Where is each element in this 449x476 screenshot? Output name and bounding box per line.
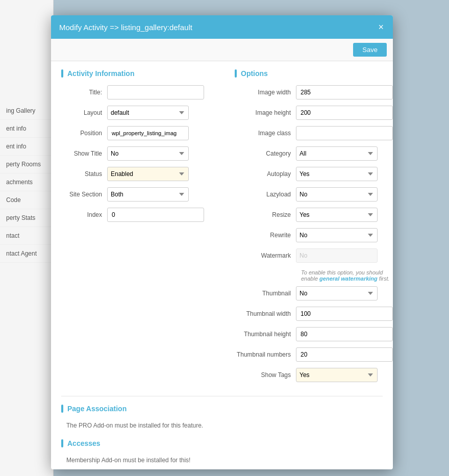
- show-title-row: Show Title No Yes: [61, 146, 224, 161]
- image-width-row: Image width: [235, 85, 393, 100]
- sidebar-item-1[interactable]: ent info: [0, 120, 53, 138]
- autoplay-row: Autoplay Yes No: [235, 166, 393, 182]
- watermark-label: Watermark: [235, 252, 296, 259]
- image-class-input[interactable]: [296, 126, 393, 140]
- image-width-label: Image width: [235, 89, 296, 96]
- page-association-section: Page Association The PRO Add-on must be …: [61, 396, 383, 431]
- site-section-label: Site Section: [61, 191, 107, 198]
- position-row: Position: [61, 126, 224, 141]
- layout-label: Layout: [61, 109, 107, 116]
- category-row: Category All: [235, 146, 393, 161]
- site-section-select[interactable]: Both Frontend Backend: [107, 187, 189, 202]
- image-width-input[interactable]: [296, 85, 393, 99]
- thumbnail-label: Thumbnail: [235, 290, 296, 297]
- index-input[interactable]: [107, 208, 204, 222]
- status-label: Status: [61, 170, 107, 178]
- show-tags-row: Show Tags Yes No: [235, 367, 393, 383]
- autoplay-label: Autoplay: [235, 170, 296, 178]
- thumbnail-height-label: Thumbnail height: [235, 331, 296, 338]
- modal-close-button[interactable]: ×: [377, 22, 385, 32]
- show-tags-label: Show Tags: [235, 371, 296, 379]
- modal-body: Activity Information Title: Layout defau…: [51, 61, 393, 469]
- show-title-select[interactable]: No Yes: [107, 146, 189, 161]
- sidebar-item-8[interactable]: ntact Agent: [0, 245, 53, 263]
- thumbnail-numbers-label: Thumbnail numbers: [235, 351, 296, 358]
- thumbnail-numbers-input[interactable]: [296, 347, 393, 362]
- image-height-row: Image height: [235, 105, 393, 120]
- page-association-note: The PRO Add-on must be installed for thi…: [61, 420, 383, 431]
- layout-select[interactable]: default grid slider: [107, 106, 189, 120]
- thumbnail-row: Thumbnail No Yes: [235, 286, 393, 301]
- sidebar-item-4[interactable]: achments: [0, 173, 53, 191]
- sidebar-item-6[interactable]: perty Stats: [0, 209, 53, 227]
- sidebar-item-2[interactable]: ent info: [0, 138, 53, 156]
- lazyload-row: Lazyload No Yes: [235, 187, 393, 202]
- lazyload-select[interactable]: No Yes: [296, 187, 378, 202]
- resize-select[interactable]: Yes No: [296, 208, 378, 222]
- thumbnail-select[interactable]: No Yes: [296, 286, 378, 300]
- rewrite-row: Rewrite No Yes: [235, 228, 393, 243]
- sidebar-item-7[interactable]: ntact: [0, 227, 53, 245]
- watermark-select: No: [296, 248, 378, 263]
- image-class-row: Image class: [235, 126, 393, 141]
- index-label: Index: [61, 211, 107, 218]
- thumbnail-width-input[interactable]: [296, 307, 393, 321]
- modal-dialog: Modify Activity => listing_gallery:defau…: [51, 15, 393, 469]
- options-header: Options: [235, 69, 393, 78]
- accesses-note: Membership Add-on must be installed for …: [61, 455, 383, 466]
- two-column-layout: Activity Information Title: Layout defau…: [61, 69, 383, 388]
- thumbnail-width-label: Thumbnail width: [235, 310, 296, 317]
- modal-toolbar: Save: [51, 39, 393, 61]
- rewrite-select[interactable]: No Yes: [296, 228, 378, 242]
- image-height-label: Image height: [235, 109, 296, 116]
- sidebar-item-5[interactable]: Code: [0, 191, 53, 209]
- divider-1: [61, 396, 383, 396]
- show-title-label: Show Title: [61, 150, 107, 157]
- image-class-label: Image class: [235, 130, 296, 137]
- image-height-input[interactable]: [296, 106, 393, 120]
- layout-row: Layout default grid slider: [61, 105, 224, 120]
- sidebar-item-gallery[interactable]: ing Gallery: [0, 102, 53, 120]
- save-button[interactable]: Save: [353, 43, 387, 57]
- sidebar-item-3[interactable]: perty Rooms: [0, 156, 53, 173]
- title-input[interactable]: [107, 85, 204, 99]
- thumbnail-height-input[interactable]: [296, 327, 393, 341]
- rewrite-label: Rewrite: [235, 232, 296, 239]
- title-label: Title:: [61, 89, 107, 96]
- site-section-row: Site Section Both Frontend Backend: [61, 187, 224, 202]
- autoplay-select[interactable]: Yes No: [296, 167, 378, 181]
- resize-row: Resize Yes No: [235, 207, 393, 222]
- activity-information-header: Activity Information: [61, 69, 224, 78]
- category-select[interactable]: All: [296, 146, 378, 161]
- sidebar: ing Gallery ent info ent info perty Room…: [0, 0, 54, 476]
- page-association-header: Page Association: [61, 405, 383, 413]
- thumbnail-height-row: Thumbnail height: [235, 327, 393, 342]
- thumbnail-width-row: Thumbnail width: [235, 306, 393, 321]
- lazyload-label: Lazyload: [235, 191, 296, 198]
- show-tags-select[interactable]: Yes No: [296, 368, 378, 382]
- modal-header: Modify Activity => listing_gallery:defau…: [51, 15, 393, 39]
- accesses-section: Accesses Membership Add-on must be insta…: [61, 439, 383, 466]
- category-label: Category: [235, 150, 296, 157]
- position-label: Position: [61, 130, 107, 137]
- thumbnail-numbers-row: Thumbnail numbers: [235, 347, 393, 362]
- status-select[interactable]: Enabled Disabled: [107, 167, 189, 181]
- watermark-row: Watermark No: [235, 248, 393, 263]
- index-row: Index: [61, 207, 224, 222]
- resize-label: Resize: [235, 211, 296, 218]
- general-watermarking-link[interactable]: general watermarking: [319, 275, 378, 282]
- watermark-note: To enable this option, you should enable…: [235, 268, 393, 286]
- options-column: Options Image width Image height Image c…: [235, 69, 393, 388]
- accesses-header: Accesses: [61, 439, 383, 447]
- activity-information-column: Activity Information Title: Layout defau…: [61, 69, 224, 388]
- position-input[interactable]: [107, 126, 189, 140]
- status-row: Status Enabled Disabled: [61, 166, 224, 182]
- title-row: Title:: [61, 85, 224, 100]
- modal-title: Modify Activity => listing_gallery:defau…: [59, 23, 192, 32]
